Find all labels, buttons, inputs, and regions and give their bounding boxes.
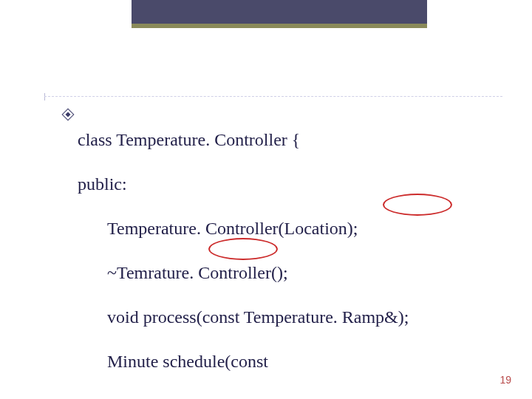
- page-number: 19: [499, 374, 511, 386]
- code-line: Temperature. Ramp&) const;: [78, 395, 491, 399]
- code-line: class Temperature. Controller {: [78, 129, 491, 151]
- slide-header: [0, 0, 532, 37]
- header-stripe-purple: [132, 0, 427, 24]
- code-line: Temperature. Controller(Location);: [78, 217, 491, 239]
- ruler-dashed-line: [44, 96, 502, 98]
- header-stripe-olive: [132, 24, 427, 28]
- code-line: void process(const Temperature. Ramp&);: [78, 306, 491, 328]
- bullet-diamond-icon: [63, 109, 73, 120]
- code-line: Minute schedule(const: [78, 350, 491, 372]
- code-line: public:: [78, 173, 491, 195]
- code-block: class Temperature. Controller { public: …: [78, 106, 491, 399]
- code-line: ~Temrature. Controller();: [78, 262, 491, 284]
